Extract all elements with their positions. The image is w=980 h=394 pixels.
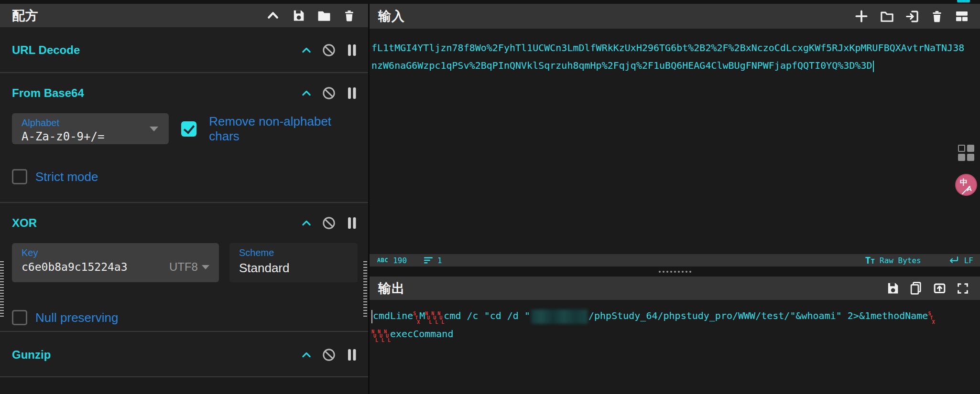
recipe-op-url-decode[interactable]: URL Decode bbox=[0, 27, 368, 73]
open-folder-as-input-icon[interactable] bbox=[905, 9, 920, 24]
op-breakpoint-pause-icon[interactable] bbox=[346, 216, 358, 230]
line-count-icon bbox=[424, 257, 433, 264]
dropdown-caret-icon bbox=[150, 127, 158, 131]
save-recipe-icon[interactable] bbox=[292, 9, 305, 22]
op-title: Gunzip bbox=[12, 348, 51, 362]
op-title: URL Decode bbox=[12, 43, 80, 57]
open-file-folder-icon[interactable] bbox=[880, 9, 894, 24]
io-splitter[interactable] bbox=[370, 266, 980, 277]
clear-recipe-trash-icon[interactable] bbox=[343, 9, 356, 22]
control-char-nul: NUL bbox=[431, 310, 437, 325]
op-disable-icon[interactable] bbox=[322, 216, 336, 230]
xor-scheme-label: Scheme bbox=[239, 247, 348, 258]
open-output-in-new-tab-icon[interactable] bbox=[932, 281, 947, 296]
extension-grid-icon[interactable] bbox=[958, 145, 975, 162]
xor-key-field[interactable]: Key c6e0b8a9c15224a3 UTF8 bbox=[12, 243, 219, 282]
output-cursor bbox=[371, 310, 372, 323]
op-title: XOR bbox=[12, 216, 37, 230]
alphabet-value: A-Za-z0-9+/= bbox=[22, 130, 159, 143]
op-breakpoint-pause-icon[interactable] bbox=[346, 43, 358, 57]
line-count: 1 bbox=[424, 256, 442, 265]
input-line: fL1tMGI4YTljzn78f8Wo%2FyhTl1UCWCn3LmDlfW… bbox=[371, 39, 978, 57]
op-title: From Base64 bbox=[12, 86, 84, 100]
control-char-stx: STX bbox=[413, 310, 419, 325]
remove-non-alphabet-label: Remove non-alphabet chars bbox=[209, 114, 358, 144]
input-title: 输入 bbox=[378, 8, 405, 25]
op-disable-icon[interactable] bbox=[322, 43, 336, 57]
eol-value: LF bbox=[964, 256, 973, 265]
input-line: nzW6naG6Wzpc1qPSv%2BqPInQNVklSqrzuh8qmHp… bbox=[371, 57, 978, 75]
control-char-nul: NUL bbox=[384, 329, 390, 343]
recipe-op-xor[interactable]: XOR Key c6e0b8a9c15224a3 UTF8 bbox=[0, 203, 368, 332]
input-status-bar: ABC 190 1 TT Raw Bytes LF bbox=[370, 254, 980, 266]
load-recipe-folder-icon[interactable] bbox=[317, 9, 331, 23]
io-splitter-handle[interactable] bbox=[659, 271, 691, 273]
char-count-value: 190 bbox=[393, 256, 407, 265]
line-count-value: 1 bbox=[437, 256, 442, 265]
xor-scheme-select[interactable]: Scheme Standard bbox=[229, 243, 358, 282]
input-header: 输入 bbox=[370, 4, 980, 29]
control-char-nul: NUL bbox=[437, 310, 444, 325]
save-output-icon[interactable] bbox=[886, 281, 900, 295]
text-encoding-icon: TT bbox=[865, 255, 875, 266]
xor-key-encoding-value: UTF8 bbox=[169, 260, 198, 274]
copy-output-icon[interactable] bbox=[909, 281, 923, 296]
recipe-title: 配方 bbox=[12, 7, 39, 24]
recipe-panel: 配方 bbox=[0, 4, 368, 394]
char-count: ABC 190 bbox=[377, 256, 407, 265]
translate-extension-button[interactable]: 中 A bbox=[955, 174, 977, 196]
input-editor[interactable]: fL1tMGI4YTljzn78f8Wo%2FyhTl1UCWCn3LmDlfW… bbox=[370, 29, 980, 254]
op-collapse-chevron-icon[interactable] bbox=[301, 219, 312, 227]
xor-key-value: c6e0b8a9c15224a3 bbox=[22, 261, 128, 273]
maximize-output-icon[interactable] bbox=[956, 282, 969, 295]
output-line: cmdLineSTXMNULNULNULcmd /c "cd /d "/phpS… bbox=[371, 307, 978, 325]
output-editor[interactable]: cmdLineSTXMNULNULNULcmd /c "cd /d "/phpS… bbox=[370, 300, 980, 394]
op-collapse-chevron-icon[interactable] bbox=[301, 351, 312, 359]
xor-scheme-value: Standard bbox=[239, 261, 348, 276]
character-encoding-toggle[interactable]: TT Raw Bytes bbox=[865, 255, 921, 266]
char-count-icon: ABC bbox=[377, 257, 388, 264]
recipe-header: 配方 bbox=[0, 4, 368, 27]
control-char-stx: STX bbox=[928, 310, 934, 325]
op-disable-icon[interactable] bbox=[322, 348, 336, 362]
clear-input-trash-icon[interactable] bbox=[930, 9, 944, 23]
strict-mode-checkbox[interactable] bbox=[12, 169, 27, 184]
strict-mode-label: Strict mode bbox=[35, 170, 98, 184]
translate-en-glyph: A bbox=[967, 184, 972, 192]
recipe-splitter-handle[interactable] bbox=[363, 261, 367, 319]
io-region: 输入 bbox=[370, 4, 980, 394]
toggle-layout-split-icon[interactable] bbox=[954, 9, 969, 24]
op-disable-icon[interactable] bbox=[322, 86, 336, 100]
text-cursor bbox=[873, 61, 874, 72]
encoding-value: Raw Bytes bbox=[880, 256, 921, 265]
op-breakpoint-pause-icon[interactable] bbox=[346, 348, 358, 362]
remove-non-alphabet-checkbox[interactable] bbox=[181, 121, 196, 137]
control-char-nul: NUL bbox=[371, 329, 378, 343]
recipe-list-filler bbox=[0, 377, 368, 394]
control-char-nul: NUL bbox=[378, 329, 384, 343]
eol-toggle[interactable]: LF bbox=[948, 255, 973, 266]
alphabet-dropdown[interactable]: Alphabet A-Za-z0-9+/= bbox=[12, 113, 169, 144]
alphabet-label: Alphabet bbox=[22, 117, 159, 128]
null-preserving-checkbox[interactable] bbox=[12, 310, 27, 325]
recipe-op-gunzip[interactable]: Gunzip bbox=[0, 332, 368, 377]
control-char-nul: NUL bbox=[425, 310, 431, 325]
active-tab-indicator bbox=[957, 0, 970, 2]
op-breakpoint-pause-icon[interactable] bbox=[346, 86, 358, 100]
null-preserving-label: Null preserving bbox=[35, 310, 118, 325]
dropdown-caret-icon bbox=[202, 265, 209, 269]
op-collapse-chevron-icon[interactable] bbox=[301, 46, 312, 54]
enter-arrow-icon bbox=[948, 255, 959, 266]
collapse-recipe-chevron-icon[interactable] bbox=[266, 9, 280, 23]
window-top-strip bbox=[0, 0, 980, 4]
add-input-tab-plus-icon[interactable] bbox=[854, 9, 869, 24]
output-title: 输出 bbox=[378, 280, 405, 297]
output-line: NULNULNULexecCommand bbox=[371, 325, 978, 343]
xor-key-encoding-dropdown[interactable]: UTF8 bbox=[169, 260, 209, 274]
op-collapse-chevron-icon[interactable] bbox=[301, 89, 312, 97]
recipe-op-from-base64[interactable]: From Base64 Alphabet A-Za-z0-9+/= Rem bbox=[0, 73, 368, 203]
left-splitter-handle[interactable] bbox=[0, 261, 4, 319]
xor-key-label: Key bbox=[22, 247, 209, 258]
redacted-path-blur bbox=[531, 309, 588, 324]
output-header: 输出 bbox=[370, 277, 980, 300]
